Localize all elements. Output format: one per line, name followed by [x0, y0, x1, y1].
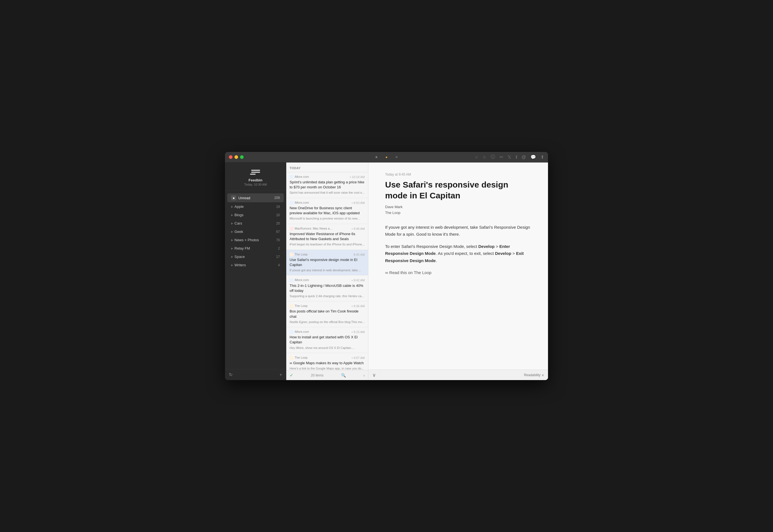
author-name: Dave Mark: [385, 205, 403, 209]
refresh-button[interactable]: ↻: [229, 372, 233, 377]
article-reader: Today at 9:45 AM Use Safari's responsive…: [368, 162, 548, 380]
sidebar-count-cars: 20: [276, 221, 280, 225]
article-title: Use Safari's responsive design mode in E…: [290, 257, 365, 267]
sidebar-count-apple: 19: [276, 205, 280, 209]
article-source: iMore.com: [290, 330, 309, 334]
readability-label: Readability: [524, 373, 540, 377]
sidebar-item-news-photos[interactable]: ▶ News + Photos 70: [227, 236, 284, 244]
article-item-3[interactable]: MacRumors: Mac News and Rumors - Fr… • 9…: [286, 224, 368, 250]
star-toolbar-icon[interactable]: ☆: [482, 154, 486, 160]
sidebar-item-apple[interactable]: ▶ Apple 19: [227, 203, 284, 211]
article-source: iMore.com: [290, 175, 309, 179]
article-time: • 9:36 AM: [352, 304, 365, 308]
sidebar-header: Feedbin Today, 10:30 AM: [225, 162, 286, 191]
reader-content[interactable]: Today at 9:45 AM Use Safari's responsive…: [368, 162, 548, 370]
sidebar-item-writers[interactable]: ▶ Writers 4: [227, 261, 284, 269]
article-title: This 2-in-1 Lightning / MicroUSB cable i…: [290, 283, 365, 293]
article-meta: The Loop • 9:36 AM: [290, 304, 365, 308]
chevron-icon: ▶: [231, 255, 233, 258]
minimize-button[interactable]: [235, 155, 238, 159]
article-snippet: Here's a link to the Google Maps app, in…: [290, 366, 365, 370]
article-item-8[interactable]: The Loop • 9:07 AM ∞ Google Maps makes i…: [286, 353, 368, 370]
filter-unread-button[interactable]: ●: [383, 154, 390, 160]
comment-icon[interactable]: 💬: [530, 154, 536, 160]
sidebar-nav: ■ Unread 209 ▶ Apple 19 ▶ Blogs 10: [225, 191, 286, 369]
article-time: 9:45 AM: [354, 253, 365, 256]
facebook-icon[interactable]: 𝐟: [516, 155, 517, 160]
nav-down-icon[interactable]: ∨: [372, 372, 376, 378]
article-title: How to install and get started with OS X…: [290, 335, 365, 345]
article-item-1[interactable]: iMore.com • 10:18 AM Sprint's unlimited …: [286, 172, 368, 198]
search-icon[interactable]: 🔍: [341, 373, 346, 378]
article-source: The Loop: [290, 304, 307, 308]
article-list-header: TODAY: [286, 162, 368, 172]
sidebar-label-unread: Unread: [238, 196, 274, 200]
close-button[interactable]: [229, 155, 233, 159]
filter-starred-button[interactable]: ★: [373, 154, 380, 160]
readability-button[interactable]: Readability ∨: [524, 373, 544, 377]
filter-all-button[interactable]: ≡: [393, 154, 400, 160]
article-title: Box posts official take on Tim Cook fire…: [290, 309, 365, 319]
article-time: • 9:07 AM: [352, 356, 365, 359]
sidebar-count-space: 17: [276, 255, 280, 259]
sidebar-count-relay-fm: 2: [278, 247, 280, 250]
chevron-icon: ▶: [231, 205, 233, 208]
article-time: • 9:46 AM: [352, 227, 365, 230]
article-meta: iMore.com • 10:18 AM: [290, 175, 365, 179]
article-meta: The Loop 9:45 AM: [290, 253, 365, 257]
share-icon[interactable]: ⬆: [540, 154, 544, 160]
sidebar-label-space: Space: [235, 255, 276, 259]
article-source: The Loop: [290, 356, 307, 360]
article-source: MacRumors: Mac News and Rumors - Fr…: [290, 227, 334, 231]
sidebar-item-geek[interactable]: ▶ Geek 67: [227, 228, 284, 236]
instapaper-icon[interactable]: ⓘ: [491, 154, 495, 160]
chevron-icon: ▶: [231, 213, 233, 216]
article-item-5[interactable]: iMore.com • 9:42 AM This 2-in-1 Lightnin…: [286, 275, 368, 301]
sidebar-label-blogs: Blogs: [235, 213, 276, 217]
twitter-icon[interactable]: 𝕏: [508, 154, 511, 160]
source-icon: [290, 175, 294, 179]
article-snippet: If youve got any interest in web develop…: [290, 268, 365, 272]
sidebar-count-geek: 67: [276, 230, 280, 234]
body-paragraph-1: If youve got any interest in web develop…: [385, 224, 531, 238]
sidebar-item-space[interactable]: ▶ Space 17: [227, 253, 284, 261]
chevron-icon: ▶: [231, 263, 233, 267]
traffic-lights: [229, 155, 244, 159]
chevron-icon: ▶: [231, 238, 233, 242]
article-source: iMore.com: [290, 278, 309, 282]
sidebar-count-writers: 4: [278, 263, 280, 267]
article-source: The Loop: [290, 253, 307, 257]
sidebar-label-writers: Writers: [235, 263, 278, 267]
mark-read-icon[interactable]: ✓: [290, 373, 293, 378]
sidebar-item-unread[interactable]: ■ Unread 209: [227, 193, 284, 202]
article-time: • 9:53 AM: [352, 201, 365, 205]
article-item-6[interactable]: The Loop • 9:36 AM Box posts official ta…: [286, 301, 368, 327]
app-subtitle: Today, 10:30 AM: [244, 183, 267, 186]
article-list: TODAY iMore.com • 10:18 AM Sprint's unli…: [286, 162, 368, 380]
article-item-2[interactable]: iMore.com • 9:53 AM New OneDrive for Bus…: [286, 198, 368, 224]
article-item-7[interactable]: iMore.com • 9:15 AM How to install and g…: [286, 327, 368, 353]
article-title: ∞ Google Maps makes its way to Apple Wat…: [290, 361, 365, 366]
article-item-4[interactable]: The Loop 9:45 AM Use Safari's responsive…: [286, 250, 368, 276]
source-icon: [290, 227, 294, 231]
pin-icon[interactable]: ✂: [499, 154, 503, 160]
article-time: • 9:15 AM: [352, 330, 365, 334]
article-meta: iMore.com • 9:53 AM: [290, 201, 365, 205]
body-paragraph-2: To enter Safari's Responsive Design Mode…: [385, 243, 531, 264]
sidebar-item-blogs[interactable]: ▶ Blogs 10: [227, 211, 284, 219]
sidebar-label-news-photos: News + Photos: [235, 238, 276, 242]
sidebar-item-cars[interactable]: ▶ Cars 20: [227, 219, 284, 227]
circle-icon[interactable]: ○: [475, 155, 478, 160]
article-list-scroll[interactable]: iMore.com • 10:18 AM Sprint's unlimited …: [286, 172, 368, 370]
reader-author: Dave Mark The Loop: [385, 204, 531, 216]
today-label: TODAY: [290, 166, 301, 170]
back-icon[interactable]: ‹: [363, 373, 365, 378]
read-on-loop-link[interactable]: ∞ Read this on The Loop: [385, 270, 431, 275]
article-meta: iMore.com • 9:42 AM: [290, 278, 365, 282]
feedbin-logo: [250, 168, 261, 176]
article-snippet: Hey iMore, show me around OS X El Capita…: [290, 346, 365, 350]
add-feed-button[interactable]: +: [280, 372, 282, 377]
at-icon[interactable]: @: [521, 155, 526, 160]
maximize-button[interactable]: [240, 155, 244, 159]
sidebar-item-relay-fm[interactable]: ▶ Relay FM 2: [227, 244, 284, 252]
